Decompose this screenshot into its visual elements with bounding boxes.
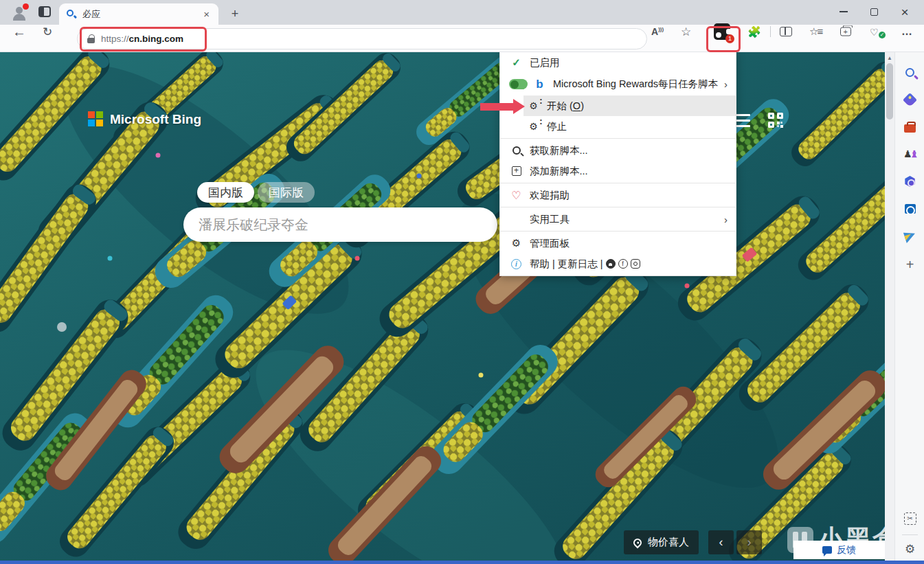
profile-avatar-icon[interactable] bbox=[11, 5, 27, 21]
bing-version-tabs: 国内版 国际版 bbox=[197, 182, 315, 203]
feedback-bubble-icon bbox=[822, 546, 832, 554]
menu-item-enabled[interactable]: ✓ 已启用 bbox=[500, 52, 736, 73]
bing-script-icon: b bbox=[536, 78, 543, 90]
sidebar-tools-icon[interactable] bbox=[895, 115, 924, 139]
feedback-button[interactable]: 反馈 bbox=[793, 541, 885, 559]
search-bar[interactable] bbox=[183, 207, 497, 242]
heart-icon: ♡ bbox=[511, 189, 521, 202]
menu-separator bbox=[500, 183, 736, 183]
sidebar-settings-icon[interactable]: ⚙ bbox=[895, 537, 924, 561]
url-highlight-box bbox=[80, 27, 207, 52]
background-image bbox=[0, 52, 885, 561]
edge-sidebar: ♟♝ + ✂ ⚙ bbox=[894, 52, 924, 561]
extensions-icon[interactable]: 🧩 bbox=[747, 25, 761, 38]
favorite-star-icon[interactable]: ☆ bbox=[681, 25, 691, 39]
page-viewport: Microsoft Bing 国内版 国际版 物价喜人 ‹ › 小黑盒 bbox=[0, 52, 885, 561]
tab-international[interactable]: 国际版 bbox=[258, 182, 315, 203]
menu-separator bbox=[500, 138, 736, 139]
settings-more-icon[interactable]: … bbox=[901, 25, 913, 38]
menu-separator bbox=[500, 207, 736, 207]
notification-dot bbox=[23, 3, 29, 10]
menu-separator bbox=[500, 231, 736, 232]
toolbar-divider bbox=[770, 26, 771, 37]
sidebar-search-icon[interactable] bbox=[895, 60, 924, 84]
chevron-right-icon: › bbox=[724, 78, 728, 90]
menu-item-add-script[interactable]: + 添加新脚本... bbox=[500, 161, 736, 181]
check-icon: ✓ bbox=[512, 56, 521, 69]
toggle-on-icon[interactable] bbox=[509, 79, 528, 89]
new-tab-button[interactable]: + bbox=[227, 5, 243, 22]
split-screen-icon[interactable] bbox=[780, 27, 792, 36]
search-input[interactable] bbox=[183, 217, 458, 233]
microsoft-logo-icon bbox=[88, 111, 104, 127]
search-icon bbox=[512, 146, 521, 155]
annotation-arrow bbox=[480, 99, 525, 114]
instagram-icon[interactable] bbox=[631, 259, 640, 269]
sidebar-games-icon[interactable]: ♟♝ bbox=[895, 142, 924, 166]
info-icon: i bbox=[511, 259, 521, 269]
feedback-label: 反馈 bbox=[837, 544, 856, 556]
browser-tab[interactable]: 必应 × bbox=[59, 3, 218, 25]
sidebar-microsoft365-icon[interactable] bbox=[895, 170, 924, 193]
collections-icon[interactable] bbox=[840, 27, 851, 36]
bing-logo: Microsoft Bing bbox=[88, 111, 201, 127]
gear-icon: ⚙ bbox=[512, 237, 521, 249]
sidebar-screenshot-icon[interactable]: ✂ bbox=[895, 507, 924, 530]
menu-item-donate[interactable]: ♡ 欢迎捐助 bbox=[500, 185, 736, 205]
extension-highlight-box bbox=[706, 26, 741, 52]
menu-item-help[interactable]: i 帮助 | 更新日志 | f bbox=[500, 253, 736, 274]
add-square-icon: + bbox=[512, 166, 521, 176]
favorites-hub-icon[interactable]: ☆≡ bbox=[809, 25, 822, 38]
script-command-icon: ⚙ bbox=[529, 121, 538, 132]
browser-window: 必应 × + × ← ↻ https:// cn.bing.com A))) ☆… bbox=[0, 0, 924, 564]
prev-image-button[interactable]: ‹ bbox=[708, 530, 734, 554]
browser-essentials-icon[interactable]: ♡✓ bbox=[870, 26, 883, 37]
tampermonkey-menu: ✓ 已启用 b Microsoft Bing Rewards每日任务脚本 › ⚙… bbox=[499, 52, 736, 276]
facebook-icon[interactable]: f bbox=[618, 259, 628, 269]
scrollbar-up-icon[interactable]: ▲ bbox=[887, 55, 892, 61]
scrollbar-thumb[interactable] bbox=[886, 63, 893, 120]
read-aloud-icon[interactable]: A))) bbox=[651, 26, 664, 37]
title-bar: 必应 × + × bbox=[0, 0, 924, 25]
window-bottom-border bbox=[0, 561, 924, 564]
minimize-button[interactable] bbox=[829, 0, 859, 23]
github-icon[interactable] bbox=[606, 259, 616, 269]
menu-item-start[interactable]: ⚙ 开始 (O) bbox=[523, 95, 736, 116]
tab-domestic[interactable]: 国内版 bbox=[197, 182, 254, 203]
menu-item-dashboard[interactable]: ⚙ 管理面板 bbox=[500, 233, 736, 253]
page-scrollbar[interactable]: ▲ bbox=[885, 52, 894, 561]
sidebar-outlook-icon[interactable] bbox=[895, 197, 924, 221]
menu-item-script[interactable]: b Microsoft Bing Rewards每日任务脚本 › bbox=[500, 73, 736, 95]
image-title-label: 物价喜人 bbox=[648, 536, 689, 549]
qr-code-icon[interactable] bbox=[768, 113, 785, 129]
sidebar-divider bbox=[902, 534, 918, 535]
chevron-right-icon: › bbox=[724, 214, 728, 225]
bing-logo-text: Microsoft Bing bbox=[110, 112, 201, 127]
image-title-button[interactable]: 物价喜人 bbox=[624, 530, 699, 554]
sidebar-shopping-icon[interactable] bbox=[895, 88, 924, 111]
back-button[interactable]: ← bbox=[12, 24, 26, 40]
menu-item-stop[interactable]: ⚙ 停止 bbox=[523, 116, 736, 137]
menu-item-utilities[interactable]: 实用工具 › bbox=[500, 209, 736, 229]
next-image-button[interactable]: › bbox=[736, 530, 762, 554]
menu-item-get-scripts[interactable]: 获取新脚本... bbox=[500, 140, 736, 161]
workspaces-icon[interactable] bbox=[38, 6, 51, 17]
location-pin-icon bbox=[632, 537, 644, 548]
script-command-icon: ⚙ bbox=[529, 100, 538, 111]
refresh-button[interactable]: ↻ bbox=[43, 25, 52, 39]
tab-title: 必应 bbox=[82, 8, 201, 21]
sidebar-add-icon[interactable]: + bbox=[895, 253, 924, 276]
close-button[interactable]: × bbox=[890, 0, 920, 23]
maximize-button[interactable] bbox=[859, 0, 889, 23]
sidebar-drop-icon[interactable] bbox=[895, 225, 924, 248]
tab-close-icon[interactable]: × bbox=[201, 8, 212, 20]
bing-favicon bbox=[66, 9, 77, 20]
